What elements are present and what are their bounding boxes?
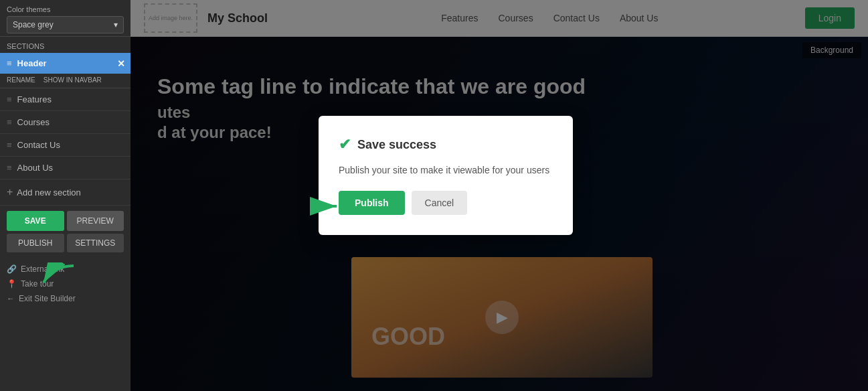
add-section-button[interactable]: + Add new section [0,179,131,206]
sidebar-item-courses[interactable]: ≡ Courses [0,111,131,134]
sidebar-item-features-label: Features [17,94,52,104]
save-success-modal: ✔ Save success Publish your site to make… [319,116,573,235]
action-buttons: SAVE PREVIEW PUBLISH SETTINGS [0,206,131,258]
add-section-label: Add new section [17,187,80,198]
drag-handle-icon: ≡ [7,117,12,127]
link-icon: 🔗 [7,264,17,274]
plus-icon: + [7,186,13,198]
color-theme-select[interactable]: Space grey ▾ [7,16,124,33]
exit-icon: ← [7,294,15,303]
sidebar: Color themes Space grey ▾ Sections ≡ Hea… [0,0,131,391]
modal-title: Save success [357,138,436,152]
modal-overlay: ✔ Save success Publish your site to make… [131,0,868,391]
drag-handle-icon: ≡ [7,94,12,104]
preview-button[interactable]: PREVIEW [67,211,124,231]
color-theme-value: Space grey [13,20,54,29]
sections-label: Sections [0,37,131,53]
main-content: Add image here. My School Features Cours… [131,0,868,391]
color-themes-label: Color themes [7,5,124,13]
header-section-item[interactable]: ≡ Header ✕ [0,53,131,74]
take-tour-label: Take tour [21,279,54,289]
close-icon[interactable]: ✕ [117,58,125,69]
tour-icon: 📍 [7,279,17,289]
header-section-label: Header [17,58,47,68]
success-check-icon: ✔ [339,136,351,153]
external-link-item[interactable]: 🔗 External link [7,262,124,277]
settings-button[interactable]: SETTINGS [67,234,124,252]
modal-title-row: ✔ Save success [339,136,553,153]
save-button[interactable]: SAVE [7,211,64,231]
publish-arrow-indicator [309,196,345,219]
external-link-label: External link [21,264,64,274]
take-tour-item[interactable]: 📍 Take tour [7,277,124,291]
modal-cancel-button[interactable]: Cancel [412,191,468,215]
sidebar-item-about-label: About Us [17,163,53,173]
drag-icon: ≡ [7,58,12,68]
color-themes-section: Color themes Space grey ▾ [0,0,131,37]
modal-publish-button[interactable]: Publish [339,191,405,215]
modal-actions: Publish Cancel [339,191,553,215]
drag-handle-icon: ≡ [7,163,12,173]
show-in-navbar-label[interactable]: SHOW IN NAVBAR [44,76,102,84]
sidebar-links: 🔗 External link 📍 Take tour ← Exit Site … [0,258,131,310]
modal-body: Publish your site to make it viewable fo… [339,163,553,177]
exit-builder-item[interactable]: ← Exit Site Builder [7,291,124,306]
sidebar-item-contact-label: Contact Us [17,140,60,150]
rename-label[interactable]: RENAME [7,76,35,84]
sidebar-item-features[interactable]: ≡ Features [0,88,131,111]
exit-builder-label: Exit Site Builder [19,294,76,303]
sidebar-item-contact[interactable]: ≡ Contact Us [0,134,131,157]
publish-button[interactable]: PUBLISH [7,234,64,252]
sidebar-item-about[interactable]: ≡ About Us [0,157,131,179]
rename-row[interactable]: RENAME SHOW IN NAVBAR [0,74,131,88]
dropdown-arrow-icon: ▾ [114,20,118,29]
sidebar-item-courses-label: Courses [17,117,50,127]
drag-handle-icon: ≡ [7,140,12,150]
